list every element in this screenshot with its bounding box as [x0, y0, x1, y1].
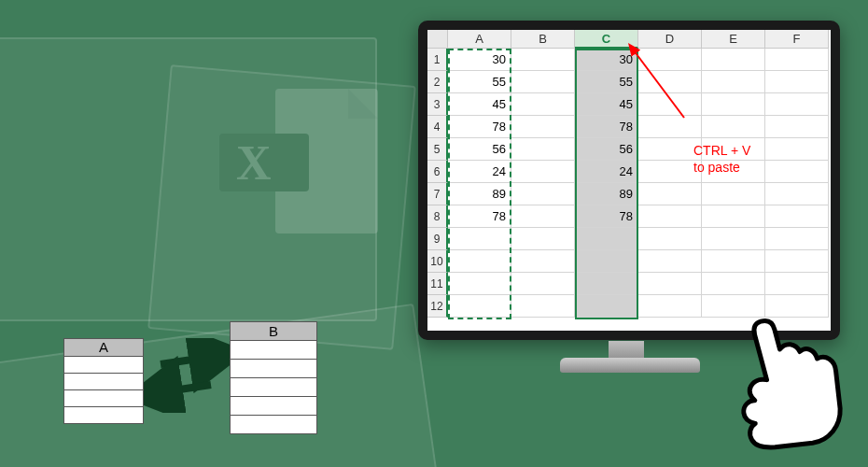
- cell-B6[interactable]: [511, 161, 575, 183]
- table-row: 13030: [427, 49, 831, 71]
- row-header[interactable]: 3: [427, 93, 448, 116]
- cell-C8[interactable]: 78: [575, 205, 638, 228]
- cell-F10[interactable]: [765, 250, 829, 273]
- cell-D7[interactable]: [638, 183, 702, 205]
- cell-A12[interactable]: [448, 295, 511, 318]
- row-header[interactable]: 8: [427, 205, 448, 228]
- cell-E3[interactable]: [702, 93, 765, 116]
- row-header[interactable]: 1: [427, 49, 448, 71]
- table-row: 9: [427, 228, 831, 250]
- monitor-screen: A B C D E F 1303025555345454787855656624…: [427, 30, 831, 331]
- cell-E2[interactable]: [702, 71, 765, 93]
- cell-C3[interactable]: 45: [575, 93, 638, 116]
- cell-D3[interactable]: [638, 93, 702, 116]
- row-header[interactable]: 5: [427, 138, 448, 161]
- col-header-a[interactable]: A: [448, 30, 511, 49]
- table-row: 11: [427, 273, 831, 295]
- select-all-corner[interactable]: [427, 30, 448, 49]
- cell-D8[interactable]: [638, 205, 702, 228]
- cell-E8[interactable]: [702, 205, 765, 228]
- cell-C10[interactable]: [575, 250, 638, 273]
- row-header[interactable]: 7: [427, 183, 448, 205]
- cell-C5[interactable]: 56: [575, 138, 638, 161]
- cell-C6[interactable]: 24: [575, 161, 638, 183]
- mini-table-a: A: [63, 338, 144, 424]
- cell-B9[interactable]: [511, 228, 575, 250]
- cell-A1[interactable]: 30: [448, 49, 511, 71]
- cell-F2[interactable]: [765, 71, 829, 93]
- cell-D6[interactable]: [638, 161, 702, 183]
- row-header[interactable]: 11: [427, 273, 448, 295]
- cell-A2[interactable]: 55: [448, 71, 511, 93]
- cell-A6[interactable]: 24: [448, 161, 511, 183]
- cell-F6[interactable]: [765, 161, 829, 183]
- cell-F9[interactable]: [765, 228, 829, 250]
- cell-C7[interactable]: 89: [575, 183, 638, 205]
- cell-F11[interactable]: [765, 273, 829, 295]
- cell-F5[interactable]: [765, 138, 829, 161]
- cell-C4[interactable]: 78: [575, 116, 638, 138]
- cell-E7[interactable]: [702, 183, 765, 205]
- cell-E1[interactable]: [702, 49, 765, 71]
- cell-A9[interactable]: [448, 228, 511, 250]
- cell-E10[interactable]: [702, 250, 765, 273]
- cell-F7[interactable]: [765, 183, 829, 205]
- cell-A4[interactable]: 78: [448, 116, 511, 138]
- cell-C11[interactable]: [575, 273, 638, 295]
- cell-D11[interactable]: [638, 273, 702, 295]
- cell-F1[interactable]: [765, 49, 829, 71]
- cell-A11[interactable]: [448, 273, 511, 295]
- cell-F4[interactable]: [765, 116, 829, 138]
- cell-A8[interactable]: 78: [448, 205, 511, 228]
- row-header[interactable]: 2: [427, 71, 448, 93]
- cell-A5[interactable]: 56: [448, 138, 511, 161]
- cell-A10[interactable]: [448, 250, 511, 273]
- cell-A3[interactable]: 45: [448, 93, 511, 116]
- cell-B1[interactable]: [511, 49, 575, 71]
- svg-line-2: [161, 385, 211, 392]
- cell-B12[interactable]: [511, 295, 575, 318]
- cell-D4[interactable]: [638, 116, 702, 138]
- table-row: 47878: [427, 116, 831, 138]
- row-header[interactable]: 6: [427, 161, 448, 183]
- cell-B7[interactable]: [511, 183, 575, 205]
- col-header-b[interactable]: B: [511, 30, 575, 49]
- row-header[interactable]: 4: [427, 116, 448, 138]
- cell-C1[interactable]: 30: [575, 49, 638, 71]
- cell-D10[interactable]: [638, 250, 702, 273]
- cell-E9[interactable]: [702, 228, 765, 250]
- cell-D5[interactable]: [638, 138, 702, 161]
- cell-C9[interactable]: [575, 228, 638, 250]
- table-row: 87878: [427, 205, 831, 228]
- cell-B8[interactable]: [511, 205, 575, 228]
- col-header-d[interactable]: D: [638, 30, 702, 49]
- cell-F8[interactable]: [765, 205, 829, 228]
- col-header-c[interactable]: C: [575, 30, 638, 49]
- cell-C12[interactable]: [575, 295, 638, 318]
- col-header-f[interactable]: F: [765, 30, 829, 49]
- cell-B10[interactable]: [511, 250, 575, 273]
- cell-B4[interactable]: [511, 116, 575, 138]
- row-header[interactable]: 9: [427, 228, 448, 250]
- cell-B5[interactable]: [511, 138, 575, 161]
- cell-E4[interactable]: [702, 116, 765, 138]
- stage: { "spreadsheet": { "columns": ["A","B","…: [0, 0, 868, 467]
- swap-arrows-icon: [144, 338, 230, 413]
- row-header[interactable]: 10: [427, 250, 448, 273]
- cell-F3[interactable]: [765, 93, 829, 116]
- cell-D1[interactable]: [638, 49, 702, 71]
- mini-table-b: B: [230, 321, 317, 434]
- cell-B2[interactable]: [511, 71, 575, 93]
- cell-C2[interactable]: 55: [575, 71, 638, 93]
- cell-A7[interactable]: 89: [448, 183, 511, 205]
- row-header[interactable]: 12: [427, 295, 448, 318]
- cell-D9[interactable]: [638, 228, 702, 250]
- cell-B11[interactable]: [511, 273, 575, 295]
- cell-D12[interactable]: [638, 295, 702, 318]
- cell-D2[interactable]: [638, 71, 702, 93]
- spreadsheet[interactable]: A B C D E F 1303025555345454787855656624…: [427, 30, 831, 318]
- col-header-e[interactable]: E: [702, 30, 765, 49]
- monitor: A B C D E F 1303025555345454787855656624…: [418, 21, 840, 340]
- cell-E11[interactable]: [702, 273, 765, 295]
- cell-B3[interactable]: [511, 93, 575, 116]
